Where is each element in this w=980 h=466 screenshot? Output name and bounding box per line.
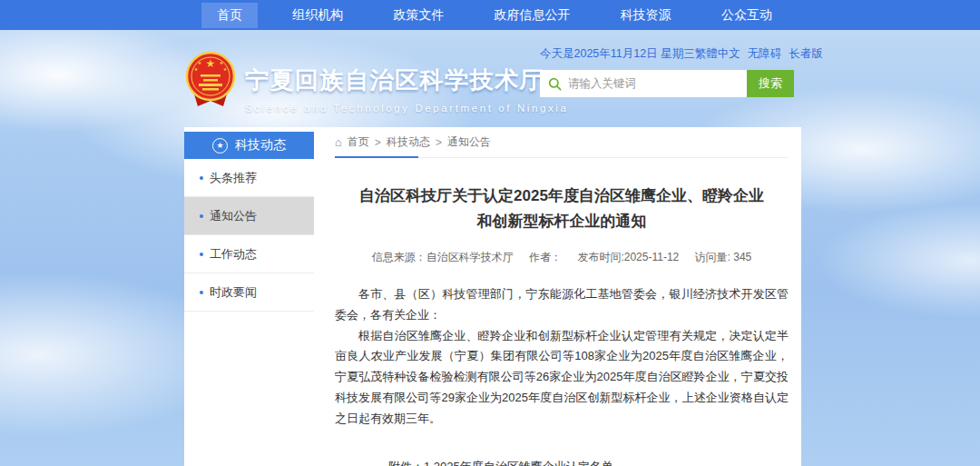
breadcrumb: ⌂ 首页 > 科技动态 > 通知公告 [335, 127, 789, 158]
sidebar-item-notices[interactable]: 通知公告 [184, 197, 314, 235]
article-body: 各市、县（区）科技管理部门，宁东能源化工基地管委会，银川经济技术开发区管委会，各… [335, 284, 789, 429]
national-emblem-logo: ★ ★ ★ ★ ★ [185, 52, 236, 110]
bullet-dot-icon [200, 291, 203, 294]
current-date-text: 今天是2025年11月12日 星期三 [540, 46, 695, 62]
nav-item-sci-tech-resources[interactable]: 科技资源 [605, 3, 687, 28]
article-title-line1: 自治区科技厅关于认定2025年度自治区雏鹰企业、瞪羚企业 [335, 183, 789, 209]
svg-text:★: ★ [194, 66, 199, 72]
nav-item-policy-documents[interactable]: 政策文件 [377, 3, 459, 28]
meta-publish-date: 发布时间:2025-11-12 [577, 251, 679, 263]
bullet-dot-icon [200, 253, 203, 256]
sidebar-title: 科技动态 [235, 137, 286, 154]
breadcrumb-separator: > [375, 136, 381, 149]
breadcrumb-sci-tech-news[interactable]: 科技动态 [387, 134, 430, 150]
sidebar-item-label: 通知公告 [210, 208, 257, 224]
attachments-list: 1.2025年度自治区雏鹰企业认定名单 2.2025年度自治区瞪羚企业认定名单 … [424, 457, 649, 466]
sidebar-item-work-trends[interactable]: 工作动态 [184, 235, 314, 273]
main-column: ⌂ 首页 > 科技动态 > 通知公告 自治区科技厅关于认定2025年度自治区雏鹰… [322, 127, 801, 466]
meta-view-count: 访问量: 345 [695, 251, 752, 263]
sidebar-item-label: 时政要闻 [210, 284, 257, 301]
article-paragraph: 各市、县（区）科技管理部门，宁东能源化工基地管委会，银川经济技术开发区管委会，各… [335, 284, 789, 326]
svg-text:★: ★ [223, 66, 228, 72]
nav-item-home[interactable]: 首页 [201, 3, 258, 28]
article-paragraph: 根据自治区雏鹰企业、瞪羚企业和创新型标杆企业认定管理有关规定，决定认定半亩良人农… [335, 326, 789, 430]
site-brand: 宁夏回族自治区科学技术厅 Science and Technology Depa… [245, 64, 568, 114]
site-header: ★ ★ ★ ★ ★ 宁夏回族自治区科学技术厅 Science and Techn… [0, 30, 980, 127]
search-icon [548, 77, 562, 91]
article-title-line2: 和创新型标杆企业的通知 [335, 209, 789, 234]
date-and-links-row: 今天是2025年11月12日 星期三 繁體中文 无障碍 长者版 [540, 46, 794, 62]
svg-text:★: ★ [206, 57, 216, 70]
attachments-label: 附件： [388, 457, 424, 466]
link-traditional-chinese[interactable]: 繁體中文 [695, 46, 740, 62]
search-input[interactable] [568, 77, 739, 90]
circled-star-icon: ★ [212, 138, 228, 154]
content-wrapper: ★ 科技动态 头条推荐 通知公告 工作动态 时政要闻 ⌂ 首页 > 科技动态 >… [184, 127, 801, 466]
article-title: 自治区科技厅关于认定2025年度自治区雏鹰企业、瞪羚企业 和创新型标杆企业的通知 [335, 183, 789, 234]
nav-item-organization[interactable]: 组织机构 [277, 3, 358, 28]
top-nav-bar: 首页 组织机构 政策文件 政府信息公开 科技资源 公众互动 [0, 0, 980, 30]
sidebar-item-label: 工作动态 [210, 246, 257, 263]
sidebar: ★ 科技动态 头条推荐 通知公告 工作动态 时政要闻 [184, 132, 314, 312]
meta-author: 作者： [529, 251, 562, 263]
search-row: 搜索 [540, 70, 794, 97]
breadcrumb-home[interactable]: 首页 [348, 134, 369, 150]
nav-item-public-interaction[interactable]: 公众互动 [706, 3, 788, 28]
sidebar-header: ★ 科技动态 [184, 132, 314, 159]
meta-source: 信息来源：自治区科学技术厅 [372, 251, 514, 263]
svg-text:★: ★ [220, 60, 224, 65]
sidebar-item-label: 头条推荐 [210, 170, 257, 186]
link-elder-version[interactable]: 长者版 [789, 46, 823, 62]
breadcrumb-notices[interactable]: 通知公告 [447, 134, 491, 150]
sidebar-item-headline-recommend[interactable]: 头条推荐 [184, 159, 314, 197]
bullet-dot-icon [200, 214, 203, 218]
bullet-dot-icon [200, 176, 203, 180]
svg-text:★: ★ [198, 60, 202, 65]
article-meta: 信息来源：自治区科学技术厅 作者： 发布时间:2025-11-12 访问量: 3… [335, 250, 789, 265]
breadcrumb-separator: > [436, 136, 442, 149]
attachment-link-1[interactable]: 1.2025年度自治区雏鹰企业认定名单 [424, 457, 649, 466]
site-subtitle: Science and Technology Department of Nin… [245, 103, 568, 114]
top-nav-items: 首页 组织机构 政策文件 政府信息公开 科技资源 公众互动 [181, 0, 808, 30]
search-button[interactable]: 搜索 [747, 70, 794, 97]
search-box [540, 70, 747, 97]
nav-item-gov-info-disclosure[interactable]: 政府信息公开 [479, 3, 586, 28]
site-title: 宁夏回族自治区科学技术厅 [245, 64, 568, 96]
header-right: 今天是2025年11月12日 星期三 繁體中文 无障碍 长者版 搜索 [540, 46, 794, 97]
link-accessibility[interactable]: 无障碍 [748, 46, 782, 62]
quick-links: 繁體中文 无障碍 长者版 [695, 46, 823, 62]
emblem-icon: ★ ★ ★ ★ ★ [185, 52, 236, 110]
attachments-block: 附件： 1.2025年度自治区雏鹰企业认定名单 2.2025年度自治区瞪羚企业认… [388, 457, 789, 466]
sidebar-item-political-news[interactable]: 时政要闻 [184, 273, 314, 312]
home-icon: ⌂ [335, 136, 342, 148]
